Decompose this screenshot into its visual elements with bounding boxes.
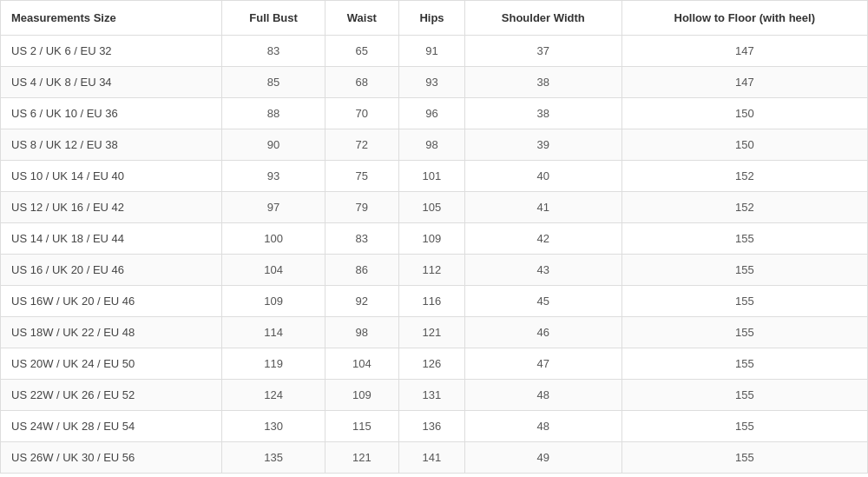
cell-value: 152 <box>621 161 867 192</box>
cell-value: 92 <box>325 286 398 317</box>
cell-value: 91 <box>398 36 464 67</box>
measurements-table-container: Measurements Size Full Bust Waist Hips S… <box>0 0 868 474</box>
cell-value: 155 <box>621 442 867 474</box>
cell-value: 121 <box>398 317 464 348</box>
table-row: US 18W / UK 22 / EU 481149812146155 <box>1 317 868 348</box>
cell-value: 85 <box>222 67 325 98</box>
cell-value: 41 <box>464 192 621 223</box>
cell-value: 86 <box>325 255 398 286</box>
table-row: US 20W / UK 24 / EU 5011910412647155 <box>1 348 868 380</box>
table-row: US 22W / UK 26 / EU 5212410913148155 <box>1 380 868 411</box>
table-row: US 8 / UK 12 / EU 3890729839150 <box>1 129 868 161</box>
col-header-hips: Hips <box>398 1 464 36</box>
cell-value: 114 <box>222 317 325 348</box>
cell-value: 112 <box>398 255 464 286</box>
measurements-table: Measurements Size Full Bust Waist Hips S… <box>0 0 868 474</box>
cell-value: 43 <box>464 255 621 286</box>
cell-value: 88 <box>222 98 325 129</box>
cell-value: 45 <box>464 286 621 317</box>
cell-value: 155 <box>621 255 867 286</box>
cell-value: 155 <box>621 411 867 442</box>
cell-value: 93 <box>222 161 325 192</box>
cell-value: 47 <box>464 348 621 380</box>
cell-value: 131 <box>398 380 464 411</box>
col-header-fullbust: Full Bust <box>222 1 325 36</box>
cell-value: 105 <box>398 192 464 223</box>
table-row: US 10 / UK 14 / EU 40937510140152 <box>1 161 868 192</box>
cell-value: 119 <box>222 348 325 380</box>
cell-value: 96 <box>398 98 464 129</box>
cell-value: 155 <box>621 380 867 411</box>
cell-value: 101 <box>398 161 464 192</box>
table-row: US 2 / UK 6 / EU 3283659137147 <box>1 36 868 67</box>
cell-value: 147 <box>621 67 867 98</box>
cell-value: 98 <box>398 129 464 161</box>
cell-value: 150 <box>621 98 867 129</box>
cell-value: 48 <box>464 411 621 442</box>
col-header-hollow: Hollow to Floor (with heel) <box>621 1 867 36</box>
cell-value: 155 <box>621 223 867 255</box>
cell-size: US 16 / UK 20 / EU 46 <box>1 255 222 286</box>
cell-value: 124 <box>222 380 325 411</box>
cell-size: US 12 / UK 16 / EU 42 <box>1 192 222 223</box>
col-header-size: Measurements Size <box>1 1 222 36</box>
cell-value: 48 <box>464 380 621 411</box>
cell-value: 116 <box>398 286 464 317</box>
cell-value: 147 <box>621 36 867 67</box>
cell-value: 155 <box>621 317 867 348</box>
cell-value: 100 <box>222 223 325 255</box>
cell-value: 150 <box>621 129 867 161</box>
cell-value: 42 <box>464 223 621 255</box>
table-row: US 4 / UK 8 / EU 3485689338147 <box>1 67 868 98</box>
table-row: US 24W / UK 28 / EU 5413011513648155 <box>1 411 868 442</box>
table-row: US 6 / UK 10 / EU 3688709638150 <box>1 98 868 129</box>
table-header-row: Measurements Size Full Bust Waist Hips S… <box>1 1 868 36</box>
table-row: US 16 / UK 20 / EU 461048611243155 <box>1 255 868 286</box>
cell-value: 109 <box>325 380 398 411</box>
cell-value: 38 <box>464 67 621 98</box>
cell-value: 83 <box>222 36 325 67</box>
cell-value: 115 <box>325 411 398 442</box>
cell-size: US 10 / UK 14 / EU 40 <box>1 161 222 192</box>
cell-value: 152 <box>621 192 867 223</box>
cell-value: 104 <box>222 255 325 286</box>
cell-value: 155 <box>621 348 867 380</box>
table-row: US 26W / UK 30 / EU 5613512114149155 <box>1 442 868 474</box>
cell-value: 70 <box>325 98 398 129</box>
cell-value: 136 <box>398 411 464 442</box>
cell-value: 38 <box>464 98 621 129</box>
cell-size: US 26W / UK 30 / EU 56 <box>1 442 222 474</box>
cell-value: 93 <box>398 67 464 98</box>
cell-value: 130 <box>222 411 325 442</box>
cell-size: US 6 / UK 10 / EU 36 <box>1 98 222 129</box>
cell-value: 40 <box>464 161 621 192</box>
cell-value: 75 <box>325 161 398 192</box>
cell-value: 46 <box>464 317 621 348</box>
cell-size: US 20W / UK 24 / EU 50 <box>1 348 222 380</box>
cell-value: 79 <box>325 192 398 223</box>
cell-value: 39 <box>464 129 621 161</box>
cell-value: 109 <box>222 286 325 317</box>
cell-size: US 14 / UK 18 / EU 44 <box>1 223 222 255</box>
cell-value: 98 <box>325 317 398 348</box>
table-row: US 14 / UK 18 / EU 441008310942155 <box>1 223 868 255</box>
cell-size: US 8 / UK 12 / EU 38 <box>1 129 222 161</box>
cell-size: US 4 / UK 8 / EU 34 <box>1 67 222 98</box>
cell-value: 83 <box>325 223 398 255</box>
col-header-waist: Waist <box>325 1 398 36</box>
cell-value: 65 <box>325 36 398 67</box>
cell-value: 135 <box>222 442 325 474</box>
cell-size: US 18W / UK 22 / EU 48 <box>1 317 222 348</box>
cell-value: 121 <box>325 442 398 474</box>
cell-value: 126 <box>398 348 464 380</box>
cell-value: 104 <box>325 348 398 380</box>
cell-value: 155 <box>621 286 867 317</box>
cell-value: 97 <box>222 192 325 223</box>
cell-value: 68 <box>325 67 398 98</box>
cell-size: US 24W / UK 28 / EU 54 <box>1 411 222 442</box>
cell-value: 141 <box>398 442 464 474</box>
cell-size: US 16W / UK 20 / EU 46 <box>1 286 222 317</box>
cell-value: 90 <box>222 129 325 161</box>
cell-value: 49 <box>464 442 621 474</box>
cell-size: US 22W / UK 26 / EU 52 <box>1 380 222 411</box>
